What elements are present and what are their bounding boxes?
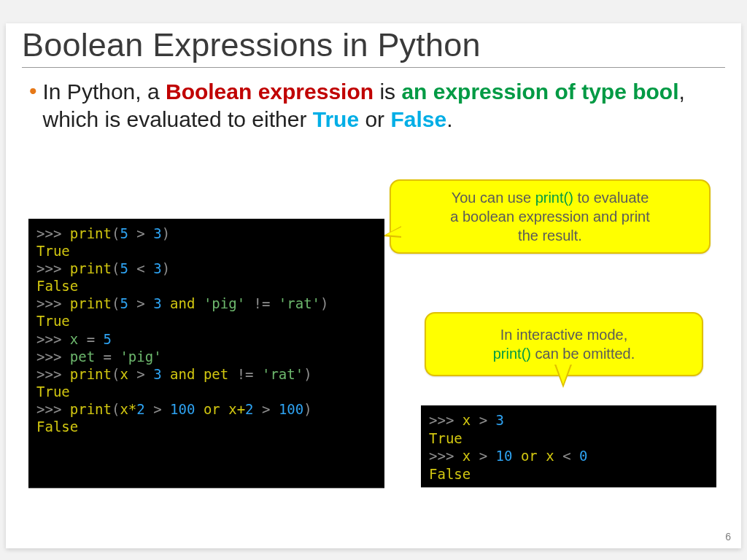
callout2-tail-fill xyxy=(556,364,570,384)
slide: Boolean Expressions in Python • In Pytho… xyxy=(6,23,741,548)
callout1-l1a: You can use xyxy=(452,190,535,206)
bullet-row: • In Python, a Boolean expression is an … xyxy=(6,68,741,133)
page-number: 6 xyxy=(725,531,731,542)
bullet-pre: In Python, a xyxy=(43,79,166,104)
bullet-dot-icon: • xyxy=(29,78,37,104)
callout2-l1: In interactive mode, xyxy=(500,327,628,343)
bullet-blue2: False xyxy=(390,107,446,131)
code-box-main: >>> print(5 > 3) True >>> print(5 < 3) F… xyxy=(28,219,384,488)
slide-title: Boolean Expressions in Python xyxy=(22,26,725,64)
bullet-red: Boolean expression xyxy=(166,79,374,104)
callout1-fn: print() xyxy=(535,190,573,206)
callout1-l1b: to evaluate xyxy=(573,190,649,206)
bullet-blue1: True xyxy=(313,107,359,131)
callout1-l2: a boolean expression and print xyxy=(450,209,650,225)
code-box-interactive: >>> x > 3 True >>> x > 10 or x < 0 False xyxy=(421,405,716,487)
callout-print-tip: You can use print() to evaluate a boolea… xyxy=(390,179,711,254)
callout2-l2b: can be omitted. xyxy=(531,346,635,362)
callout1-tail-fill xyxy=(386,227,402,236)
bullet-green: an expression of type bool xyxy=(401,79,678,104)
title-wrap: Boolean Expressions in Python xyxy=(6,23,741,66)
bullet-end: . xyxy=(446,107,452,131)
bullet-mid3: or xyxy=(359,107,390,131)
callout2-fn: print() xyxy=(493,346,531,362)
bullet-text: In Python, a Boolean expression is an ex… xyxy=(43,78,719,133)
callout1-l3: the result. xyxy=(518,228,582,244)
bullet-mid1: is xyxy=(374,79,401,104)
